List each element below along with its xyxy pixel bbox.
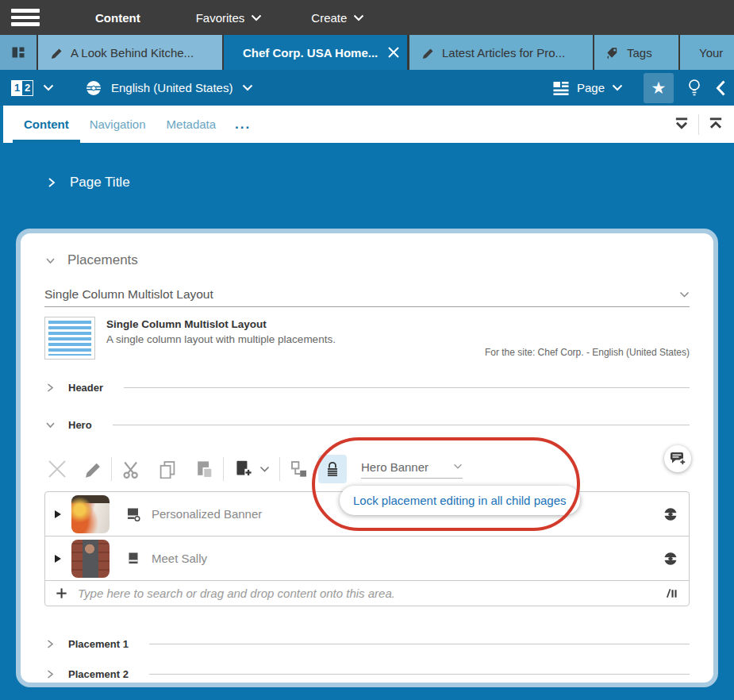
cut-button[interactable] — [118, 456, 144, 482]
divider — [149, 674, 690, 675]
lock-placement-button[interactable] — [318, 455, 347, 483]
nav-content[interactable]: Content — [95, 11, 140, 25]
filter-sort-icon[interactable] — [664, 587, 678, 600]
row-locale-icon[interactable] — [663, 552, 678, 566]
chevron-left-icon — [715, 79, 726, 97]
hero-toolbar: Hero Banner Lock placement editing in al… — [44, 450, 690, 488]
pencil-icon — [421, 46, 434, 60]
locale-globe-icon — [86, 80, 102, 96]
tab-label: Latest Articles for Pro... — [442, 46, 565, 60]
add-content-dropdown-chevron[interactable] — [256, 456, 273, 482]
view-mode-selector[interactable]: Page — [552, 81, 623, 95]
component-icon — [125, 551, 141, 567]
row-locale-icon[interactable] — [663, 507, 678, 521]
close-tab-icon[interactable] — [387, 46, 400, 59]
tab-label: Tags — [627, 46, 652, 60]
layout-info: Single Column Multislot Layout A single … — [44, 317, 690, 360]
collapse-panel-button[interactable] — [715, 79, 726, 97]
chevron-down-icon — [259, 466, 270, 473]
chevron-down-icon — [44, 255, 56, 267]
tab-your[interactable]: Your — [680, 35, 734, 70]
tab-navigation[interactable]: Navigation — [90, 106, 146, 143]
content-search-input[interactable] — [78, 587, 664, 600]
tab-navigation-label: Navigation — [90, 117, 146, 131]
section-placement1-toggle[interactable]: Placement 1 — [44, 638, 690, 650]
favorite-star-button[interactable]: ★ — [644, 73, 674, 103]
placement-row-meet-sally[interactable]: Meet Sally — [45, 537, 689, 581]
layout-select[interactable]: Single Column Multislot Layout — [44, 287, 690, 307]
tab-chef-corp-home-active[interactable]: Chef Corp. USA Home... — [224, 35, 407, 70]
placement-slot-value: Hero Banner — [361, 460, 428, 474]
lock-icon — [324, 460, 341, 478]
site-note: For the site: Chef Corp. - English (Unit… — [485, 347, 690, 358]
chevron-right-icon — [44, 382, 56, 394]
placements-heading: Placements — [67, 252, 138, 268]
section-label: Placement 2 — [68, 668, 129, 680]
plus-icon — [55, 587, 68, 600]
page-list-icon — [552, 81, 570, 95]
tab-latest-articles[interactable]: Latest Articles for Pro... — [409, 35, 593, 70]
tab-content[interactable]: Content — [24, 106, 69, 143]
paste-as-child-button[interactable] — [286, 456, 312, 482]
dashboard-icon — [10, 44, 26, 60]
hints-lightbulb-button[interactable] — [686, 79, 702, 98]
more-tabs-button[interactable]: ... — [235, 117, 251, 133]
nav-favorites[interactable]: Favorites — [196, 11, 263, 25]
section-label: Page Title — [70, 175, 130, 190]
copy-button[interactable] — [155, 456, 180, 482]
expand-row-icon[interactable] — [55, 555, 61, 563]
placements-section-toggle[interactable]: Placements — [44, 252, 690, 268]
paste-button[interactable] — [191, 456, 217, 482]
language-selector[interactable]: English (United States) — [86, 80, 253, 96]
document-tab-strip: A Look Behind Kitche... Chef Corp. USA H… — [0, 35, 734, 70]
add-comment-button[interactable] — [664, 445, 691, 472]
collapse-up-icon — [707, 117, 724, 133]
collapse-all-button[interactable] — [673, 117, 690, 133]
delete-x-icon — [47, 459, 67, 479]
chevron-down-icon — [612, 84, 623, 91]
copy-icon — [158, 460, 177, 479]
tab-a-look-behind[interactable]: A Look Behind Kitche... — [38, 35, 222, 70]
add-comment-icon — [669, 450, 686, 467]
tab-overview-button[interactable] — [0, 35, 37, 70]
collapse-down-icon — [673, 117, 690, 133]
version-next: 2 — [22, 81, 33, 95]
chevron-down-icon — [679, 291, 690, 298]
chevron-right-icon — [45, 176, 57, 189]
tab-tags[interactable]: Tags — [594, 35, 678, 70]
section-placement2-toggle[interactable]: Placement 2 — [44, 668, 690, 680]
delete-button[interactable] — [44, 456, 70, 482]
divider — [223, 457, 224, 481]
language-value: English (United States) — [111, 81, 232, 94]
placement-slot-select[interactable]: Hero Banner — [361, 460, 463, 479]
row-thumbnail-image — [71, 495, 110, 533]
tab-metadata[interactable]: Metadata — [167, 106, 217, 143]
nav-favorites-label: Favorites — [196, 11, 245, 25]
form-tab-bar: Content Navigation Metadata ... — [0, 106, 734, 143]
content-form-area: Page Title Placements Single Column Mult… — [0, 143, 734, 700]
tab-label: A Look Behind Kitche... — [71, 46, 194, 60]
divider — [111, 457, 112, 481]
section-hero-toggle[interactable]: Hero — [44, 419, 690, 431]
content-search-drop-area[interactable] — [45, 581, 689, 606]
version-dropdown-chevron[interactable] — [43, 84, 54, 91]
expand-row-icon[interactable] — [55, 510, 61, 518]
layout-title: Single Column Multislot Layout — [106, 318, 336, 330]
divider — [279, 457, 280, 481]
lightbulb-icon — [686, 79, 702, 98]
edit-button[interactable] — [79, 456, 105, 482]
chevron-down-icon — [44, 419, 56, 431]
section-header-toggle[interactable]: Header — [44, 382, 690, 394]
tree-structure-icon — [290, 460, 309, 479]
version-badge[interactable]: 1 2 — [11, 80, 33, 96]
hamburger-menu-icon[interactable] — [11, 9, 40, 26]
tab-label: Chef Corp. USA Home... — [243, 46, 378, 60]
nav-create[interactable]: Create — [311, 11, 364, 25]
section-page-title[interactable]: Page Title — [45, 175, 734, 190]
add-content-button[interactable] — [230, 456, 256, 482]
lock-tooltip-text: Lock placement editing in all child page… — [353, 494, 567, 507]
placements-card: Placements Single Column Multislot Layou… — [16, 229, 718, 687]
scroll-to-top-button[interactable] — [707, 117, 724, 133]
version-current: 1 — [12, 81, 22, 95]
layout-description: A single column layout with multiple pla… — [106, 333, 336, 345]
